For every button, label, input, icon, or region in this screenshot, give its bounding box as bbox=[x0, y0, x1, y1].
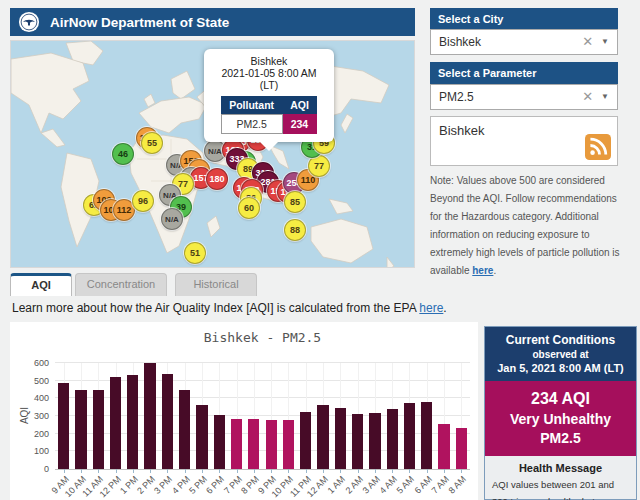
select-city-header: Select a City bbox=[430, 8, 618, 30]
city-clear-icon[interactable]: ✕ bbox=[582, 30, 593, 54]
x-tick-mark bbox=[461, 469, 462, 473]
city-select-value: Bishkek bbox=[439, 30, 582, 54]
chart-bar bbox=[317, 405, 328, 469]
x-tick-mark bbox=[306, 469, 307, 473]
x-tick-mark bbox=[167, 469, 168, 473]
select-parameter-header: Select a Parameter bbox=[430, 62, 618, 84]
chart-bar bbox=[162, 374, 173, 469]
chart-bar bbox=[283, 420, 294, 469]
popup-col-pollutant: Pollutant bbox=[221, 96, 282, 115]
note-period: . bbox=[493, 265, 496, 276]
x-tick-mark bbox=[133, 469, 134, 473]
x-tick-mark bbox=[375, 469, 376, 473]
y-tick-label: 100 bbox=[13, 446, 49, 456]
chart-bar bbox=[266, 420, 277, 469]
chart-bar bbox=[214, 415, 225, 469]
popup-col-aqi: AQI bbox=[282, 96, 317, 115]
x-tick-mark bbox=[323, 469, 324, 473]
page-title: AirNow Department of State bbox=[50, 15, 229, 30]
x-tick-mark bbox=[444, 469, 445, 473]
x-tick-mark bbox=[427, 469, 428, 473]
conditions-subtitle: observed at bbox=[489, 349, 632, 360]
city-select[interactable]: Bishkek ✕ ▼ bbox=[430, 29, 618, 55]
chart-bar bbox=[93, 390, 104, 470]
chart-bar bbox=[75, 390, 86, 469]
world-aqi-map[interactable]: 46140556210210811296N/A150103N/A15777N/A… bbox=[10, 40, 415, 268]
aqi-marker[interactable]: 85 bbox=[284, 191, 306, 213]
tab-aqi[interactable]: AQI bbox=[10, 273, 72, 296]
aqi-summary-section: 234 AQI Very Unhealthy PM2.5 bbox=[485, 381, 636, 456]
popup-timezone: (LT) bbox=[208, 79, 330, 91]
aqi-value: 234 AQI bbox=[489, 390, 632, 408]
parameter-dropdown-caret-icon[interactable]: ▼ bbox=[601, 85, 609, 109]
chart-bar bbox=[144, 363, 155, 469]
x-tick-mark bbox=[237, 469, 238, 473]
chart-bar bbox=[404, 403, 415, 469]
note-text: Note: Values above 500 are considered Be… bbox=[430, 175, 620, 276]
conditions-datetime: Jan 5, 2021 8:00 AM (LT) bbox=[489, 362, 632, 374]
chart-bar bbox=[456, 428, 467, 469]
state-department-seal-icon bbox=[18, 11, 40, 33]
x-tick-mark bbox=[116, 469, 117, 473]
chart-bar bbox=[335, 408, 346, 469]
popup-aqi-value: 234 bbox=[282, 115, 317, 134]
health-message-title: Health Message bbox=[492, 462, 629, 474]
x-tick-mark bbox=[409, 469, 410, 473]
rss-feed-icon[interactable] bbox=[585, 134, 611, 160]
health-message-section: Health Message AQI values between 201 an… bbox=[485, 456, 636, 500]
map-popup: Bishkek 2021-01-05 8:00 AM (LT) Pollutan… bbox=[204, 49, 334, 142]
aqi-marker[interactable]: 180 bbox=[206, 168, 228, 190]
aqi-marker[interactable]: 51 bbox=[184, 242, 206, 264]
aqi-marker[interactable]: 46 bbox=[112, 143, 134, 165]
popup-pointer bbox=[260, 142, 278, 151]
x-tick-mark bbox=[254, 469, 255, 473]
health-message-text: AQI values between 201 and 300 trigger a… bbox=[492, 477, 629, 500]
chart-bar bbox=[352, 414, 363, 469]
chart-bar bbox=[196, 405, 207, 469]
city-dropdown-caret-icon[interactable]: ▼ bbox=[601, 30, 609, 54]
parameter-select[interactable]: PM2.5 ✕ ▼ bbox=[430, 84, 618, 110]
x-tick-mark bbox=[202, 469, 203, 473]
chart-bar bbox=[127, 375, 138, 469]
chart-bar bbox=[438, 424, 449, 469]
chart-bar bbox=[387, 409, 398, 469]
view-tabs: AQI Concentration Historical bbox=[10, 272, 257, 296]
aqi-category: Very Unhealthy bbox=[489, 411, 632, 427]
x-tick-mark bbox=[288, 469, 289, 473]
parameter-clear-icon[interactable]: ✕ bbox=[582, 85, 593, 109]
popup-pollutant-value: PM2.5 bbox=[221, 115, 282, 134]
popup-city: Bishkek bbox=[208, 55, 330, 67]
aqi-marker[interactable]: 88 bbox=[284, 219, 306, 241]
note-here-link[interactable]: here bbox=[472, 265, 493, 276]
chart-gridline bbox=[55, 362, 470, 363]
x-tick-mark bbox=[271, 469, 272, 473]
chart-plot: 01002003004005006009 AM10 AM11 AM12 PM1 … bbox=[55, 363, 470, 470]
y-tick-label: 200 bbox=[13, 429, 49, 439]
aqi-marker[interactable]: 55 bbox=[141, 132, 163, 154]
x-tick-mark bbox=[358, 469, 359, 473]
learn-more-period: . bbox=[443, 301, 446, 315]
x-tick-mark bbox=[185, 469, 186, 473]
epa-learn-more-link[interactable]: here bbox=[419, 301, 443, 315]
conditions-title: Current Conditions bbox=[489, 333, 632, 347]
x-tick-mark bbox=[98, 469, 99, 473]
aqi-marker[interactable]: 96 bbox=[132, 190, 154, 212]
tab-historical[interactable]: Historical bbox=[175, 273, 257, 296]
aqi-marker[interactable]: 60 bbox=[238, 197, 260, 219]
popup-date: 2021-01-05 8:00 AM bbox=[208, 67, 330, 79]
y-tick-label: 500 bbox=[13, 376, 49, 386]
aqi-pollutant: PM2.5 bbox=[489, 430, 632, 446]
chart-bar bbox=[179, 390, 190, 470]
x-tick-mark bbox=[81, 469, 82, 473]
chart-title: Bishkek - PM2.5 bbox=[55, 330, 470, 345]
parameter-select-value: PM2.5 bbox=[439, 85, 582, 109]
aqi-marker[interactable]: 77 bbox=[308, 155, 330, 177]
y-tick-label: 600 bbox=[13, 358, 49, 368]
beyond-aqi-note: Note: Values above 500 are considered Be… bbox=[430, 172, 630, 280]
x-tick-mark bbox=[340, 469, 341, 473]
current-conditions-panel: Current Conditions observed at Jan 5, 20… bbox=[484, 326, 637, 500]
tab-concentration[interactable]: Concentration bbox=[75, 273, 167, 296]
aqi-marker[interactable]: N/A bbox=[161, 208, 183, 230]
chart-bar bbox=[248, 419, 259, 469]
x-tick-mark bbox=[64, 469, 65, 473]
